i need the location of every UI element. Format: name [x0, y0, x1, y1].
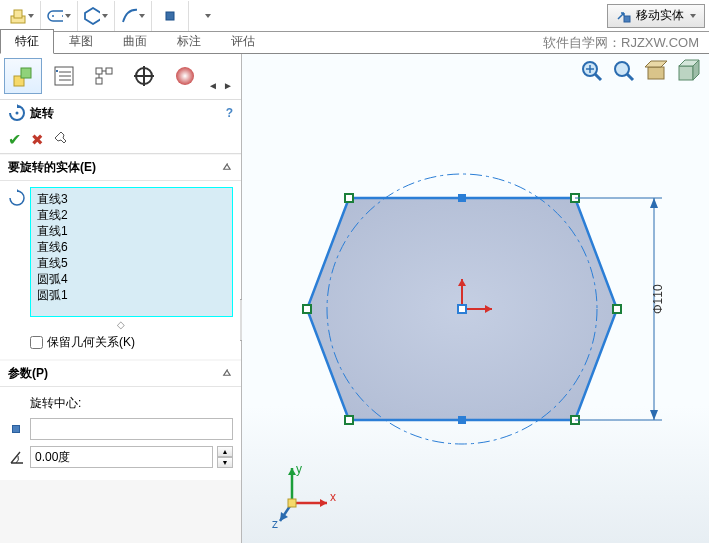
svg-rect-14	[56, 70, 58, 72]
view-toolbar	[579, 58, 701, 84]
graphics-viewport[interactable]: Φ110 x y z	[242, 54, 709, 543]
list-item[interactable]: 直线3	[37, 191, 226, 207]
svg-point-31	[615, 62, 629, 76]
ribbon-group-slot	[41, 1, 78, 31]
svg-rect-17	[96, 78, 102, 84]
chevron-down-icon	[65, 14, 71, 18]
move-solid-button[interactable]: 移动实体	[607, 4, 705, 28]
cancel-button[interactable]: ✖	[31, 131, 44, 149]
chevron-down-icon	[139, 14, 145, 18]
view-orientation-icon[interactable]	[643, 58, 669, 84]
ribbon-toolbar: 移动实体	[0, 0, 709, 32]
list-item[interactable]: 直线1	[37, 223, 226, 239]
vertex-handle[interactable]	[613, 305, 621, 313]
spline-tool[interactable]	[121, 4, 145, 28]
spin-up[interactable]: ▲	[217, 446, 233, 457]
edge-midpoint[interactable]	[458, 194, 466, 202]
manager-tab-icons: ◄ ►	[0, 54, 241, 100]
tab-evaluate[interactable]: 评估	[216, 29, 270, 54]
ribbon-group-polygon	[78, 1, 115, 31]
chevron-down-icon	[28, 14, 34, 18]
pin-button[interactable]	[54, 131, 68, 148]
svg-rect-15	[96, 68, 102, 74]
ribbon-group-spline	[115, 1, 152, 31]
svg-marker-26	[17, 189, 20, 192]
vertex-handle[interactable]	[303, 305, 311, 313]
view-triad[interactable]: x y z	[272, 463, 342, 533]
tab-sketch[interactable]: 草图	[54, 29, 108, 54]
svg-marker-5	[85, 8, 100, 24]
preserve-relations-checkbox[interactable]	[30, 336, 43, 349]
display-style-icon[interactable]	[675, 58, 701, 84]
ok-button[interactable]: ✔	[8, 130, 21, 149]
triad-x-label: x	[330, 490, 336, 504]
polygon-tool[interactable]	[84, 4, 108, 28]
feature-dropdown[interactable]	[10, 4, 34, 28]
center-point-icon	[12, 425, 20, 433]
pm-title-bar: 旋转 ?	[0, 100, 241, 126]
point-tool[interactable]	[158, 4, 182, 28]
center-input[interactable]	[30, 418, 233, 440]
triad-y-label: y	[296, 463, 302, 476]
slot-tool[interactable]	[47, 4, 71, 28]
rotate-selection-icon	[8, 187, 26, 210]
help-button[interactable]: ?	[226, 106, 233, 120]
svg-marker-49	[320, 499, 327, 507]
vertex-handle[interactable]	[345, 416, 353, 424]
svg-point-25	[16, 112, 19, 115]
misc-dropdown[interactable]	[195, 4, 219, 28]
tab-surface[interactable]: 曲面	[108, 29, 162, 54]
center-label: 旋转中心:	[8, 393, 233, 416]
svg-rect-42	[458, 305, 466, 313]
params-section-head[interactable]: 参数(P) ㅿ	[0, 361, 241, 387]
watermark-label: 软件自学网：RJZXW.COM	[543, 34, 699, 52]
list-item[interactable]: 圆弧1	[37, 287, 226, 303]
ribbon-group-misc	[189, 1, 225, 31]
triad-z-label: z	[272, 517, 278, 531]
svg-point-23	[176, 67, 194, 85]
property-manager-panel: ◄ ► 旋转 ? ✔ ✖ 要旋转的实体(E) ㅿ	[0, 54, 242, 543]
list-item[interactable]: 圆弧4	[37, 271, 226, 287]
params-section-title: 参数(P)	[8, 365, 48, 382]
collapse-icon[interactable]: ㅿ	[221, 159, 233, 176]
collapse-icon[interactable]: ㅿ	[221, 365, 233, 382]
zoom-icon[interactable]	[611, 58, 637, 84]
entities-section-title: 要旋转的实体(E)	[8, 159, 96, 176]
tab-annotate[interactable]: 标注	[162, 29, 216, 54]
zoom-fit-icon[interactable]	[579, 58, 605, 84]
panel-nav-arrows: ◄ ►	[206, 58, 237, 99]
angle-input[interactable]	[30, 446, 213, 468]
svg-rect-33	[648, 67, 664, 79]
dimxpert-tab[interactable]	[125, 58, 163, 94]
property-manager-tab[interactable]	[44, 58, 82, 94]
svg-rect-7	[624, 16, 630, 22]
chevron-down-icon	[205, 14, 211, 18]
pm-title-text: 旋转	[30, 105, 54, 122]
list-item[interactable]: 直线2	[37, 207, 226, 223]
spin-down[interactable]: ▼	[217, 457, 233, 468]
svg-rect-2	[48, 11, 63, 21]
angle-spinner[interactable]: ▲▼	[217, 446, 233, 468]
entities-section: 要旋转的实体(E) ㅿ 直线3 直线2 直线1 直线6 直线5 圆弧4 圆弧1	[0, 155, 241, 359]
list-item[interactable]: 直线6	[37, 239, 226, 255]
entities-section-head[interactable]: 要旋转的实体(E) ㅿ	[0, 155, 241, 181]
svg-point-3	[52, 15, 54, 17]
svg-rect-54	[288, 499, 296, 507]
appearance-tab[interactable]	[166, 58, 204, 94]
list-item[interactable]: 直线5	[37, 255, 226, 271]
feature-manager-tab[interactable]	[4, 58, 42, 94]
tab-feature[interactable]: 特征	[0, 29, 54, 54]
config-manager-tab[interactable]	[85, 58, 123, 94]
entities-listbox[interactable]: 直线3 直线2 直线1 直线6 直线5 圆弧4 圆弧1	[30, 187, 233, 317]
svg-rect-16	[106, 68, 112, 74]
move-solid-label: 移动实体	[636, 7, 684, 24]
pm-action-row: ✔ ✖	[0, 126, 241, 154]
list-resize-handle[interactable]: ◇	[8, 317, 233, 330]
edge-midpoint[interactable]	[458, 416, 466, 424]
nav-prev[interactable]: ◄	[206, 79, 220, 93]
svg-rect-6	[166, 12, 174, 20]
nav-next[interactable]: ►	[221, 79, 235, 93]
vertex-handle[interactable]	[345, 194, 353, 202]
ribbon-group-feature	[4, 1, 41, 31]
svg-line-32	[627, 74, 633, 80]
